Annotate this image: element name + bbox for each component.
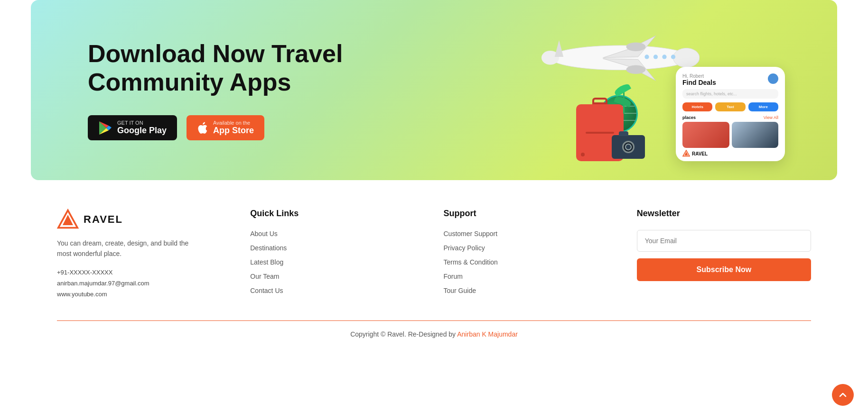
newsletter-email-input[interactable] — [637, 230, 811, 252]
phone-cat-more: More — [748, 102, 778, 111]
footer-support-column: Support Customer Support Privacy Policy … — [444, 209, 618, 301]
brand-logo-area: RAVEL — [57, 209, 231, 230]
support-link-tour-guide[interactable]: Tour Guide — [444, 287, 618, 294]
phone-search-bar: search flights, hotels, etc... — [682, 89, 778, 99]
phone-place-img-1 — [682, 122, 729, 148]
quick-links-title: Quick Links — [250, 209, 424, 219]
support-link-forum[interactable]: Forum — [444, 273, 618, 280]
store-buttons-group: GET IT ON Google Play Available on the A… — [88, 115, 343, 140]
footer-copyright: Copyright © Ravel. Re-Designed by Anirba… — [57, 330, 811, 352]
subscribe-button[interactable]: Subscribe Now — [637, 258, 811, 281]
footer-email: anirban.majumdar.97@gmail.com — [57, 280, 231, 287]
svg-point-10 — [626, 42, 646, 51]
footer-divider — [57, 320, 811, 321]
ravel-logo-icon — [57, 209, 79, 230]
google-play-button[interactable]: GET IT ON Google Play — [88, 115, 177, 140]
phone-place-img-2 — [732, 122, 779, 148]
svg-marker-9 — [555, 40, 564, 57]
phone-avatar — [768, 73, 778, 84]
footer-newsletter-column: Newsletter Subscribe Now — [637, 209, 811, 301]
svg-point-13 — [653, 55, 658, 59]
phone-categories: Hotels Taxi More — [682, 102, 778, 111]
support-title: Support — [444, 209, 618, 219]
footer-quick-links-column: Quick Links About Us Destinations Latest… — [250, 209, 424, 301]
app-download-banner: Download Now Travel Community Apps GET I… — [31, 0, 837, 180]
support-link-privacy-policy[interactable]: Privacy Policy — [444, 244, 618, 252]
phone-mockup-card: Hi, Robert Find Deals search flights, ho… — [676, 67, 785, 161]
footer-brand-column: RAVEL You can dream, create, design, and… — [57, 209, 231, 301]
svg-point-15 — [671, 55, 675, 59]
quick-link-latest-blog[interactable]: Latest Blog — [250, 258, 424, 266]
banner-visual-area: Hi, Robert Find Deals search flights, ho… — [552, 24, 799, 156]
quick-link-about-us[interactable]: About Us — [250, 230, 424, 237]
phone-place-images — [682, 122, 778, 148]
quick-link-contact-us[interactable]: Contact Us — [250, 287, 424, 294]
support-link-customer-support[interactable]: Customer Support — [444, 230, 618, 237]
banner-title: Download Now Travel Community Apps — [88, 40, 343, 97]
quick-link-destinations[interactable]: Destinations — [250, 244, 424, 252]
svg-point-5 — [673, 48, 700, 67]
phone-cat-taxi: Taxi — [715, 102, 745, 111]
newsletter-title: Newsletter — [637, 209, 811, 219]
google-play-icon — [98, 121, 112, 135]
banner-text-area: Download Now Travel Community Apps GET I… — [88, 40, 343, 141]
quick-link-our-team[interactable]: Our Team — [250, 273, 424, 280]
footer-author-link[interactable]: Anirban K Majumdar — [457, 330, 518, 338]
ravel-logo-small-icon — [682, 150, 690, 157]
travel-items-illustration — [571, 66, 666, 161]
apple-icon — [197, 121, 208, 135]
footer-phone: +91-XXXXX-XXXXX — [57, 269, 231, 276]
footer: RAVEL You can dream, create, design, and… — [0, 180, 868, 352]
support-link-terms[interactable]: Terms & Condition — [444, 258, 618, 266]
apple-store-button[interactable]: Available on the App Store — [187, 115, 264, 140]
phone-brand-area: RAVEL — [682, 150, 778, 157]
svg-point-14 — [662, 55, 666, 59]
footer-website: www.youtube.com — [57, 291, 231, 298]
svg-point-12 — [644, 55, 649, 59]
phone-cat-hotels: Hotels — [682, 102, 712, 111]
footer-grid: RAVEL You can dream, create, design, and… — [57, 209, 811, 301]
